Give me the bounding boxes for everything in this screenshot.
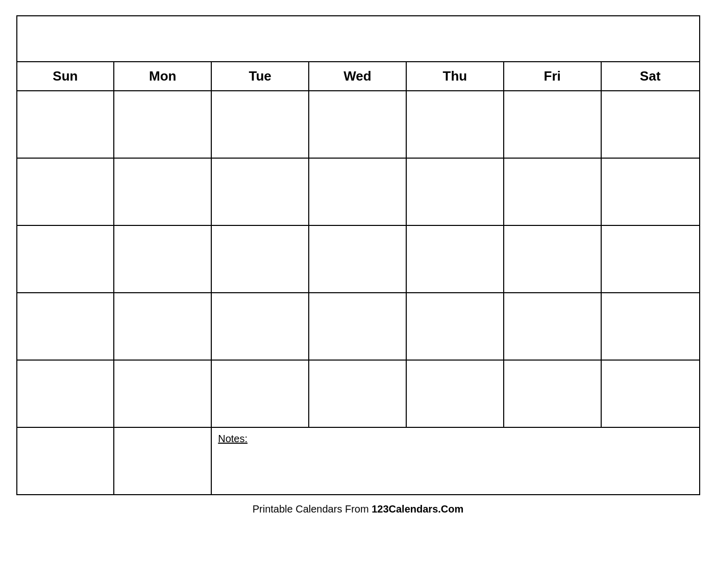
notes-row: Notes: bbox=[17, 428, 699, 494]
cell-r3-thu bbox=[407, 226, 504, 292]
notes-label: Notes: bbox=[218, 433, 248, 444]
cell-r4-sat bbox=[602, 293, 699, 360]
calendar-title-row bbox=[17, 16, 699, 62]
cell-r3-wed bbox=[309, 226, 407, 292]
calendar-row-5 bbox=[17, 361, 699, 428]
cell-r5-fri bbox=[504, 361, 602, 427]
cell-r2-wed bbox=[309, 159, 407, 225]
cell-r1-sun bbox=[17, 91, 115, 158]
cell-r2-sun bbox=[17, 159, 115, 225]
cell-r3-fri bbox=[504, 226, 602, 292]
cell-r2-fri bbox=[504, 159, 602, 225]
footer: Printable Calendars From 123Calendars.Co… bbox=[253, 503, 464, 515]
cell-r4-tue bbox=[212, 293, 309, 360]
calendar: Sun Mon Tue Wed Thu Fri Sat bbox=[16, 15, 700, 495]
cell-r3-tue bbox=[212, 226, 309, 292]
cell-r4-mon bbox=[114, 293, 212, 360]
header-mon: Mon bbox=[114, 62, 212, 90]
calendar-row-4 bbox=[17, 293, 699, 361]
cell-r5-sat bbox=[602, 361, 699, 427]
calendar-header-row: Sun Mon Tue Wed Thu Fri Sat bbox=[17, 62, 699, 91]
cell-r1-fri bbox=[504, 91, 602, 158]
footer-text-bold: 123Calendars.Com bbox=[372, 503, 463, 515]
cell-r5-tue bbox=[212, 361, 309, 427]
cell-r2-mon bbox=[114, 159, 212, 225]
cell-r1-tue bbox=[212, 91, 309, 158]
cell-r1-sat bbox=[602, 91, 699, 158]
cell-r2-thu bbox=[407, 159, 504, 225]
header-tue: Tue bbox=[212, 62, 309, 90]
cell-r3-sun bbox=[17, 226, 115, 292]
calendar-row-2 bbox=[17, 159, 699, 226]
cell-r1-mon bbox=[114, 91, 212, 158]
cell-r5-thu bbox=[407, 361, 504, 427]
footer-text-regular: Printable Calendars From bbox=[253, 503, 372, 515]
header-thu: Thu bbox=[407, 62, 504, 90]
header-sat: Sat bbox=[602, 62, 699, 90]
notes-cell-content: Notes: bbox=[212, 428, 699, 494]
cell-r5-wed bbox=[309, 361, 407, 427]
cell-r2-sat bbox=[602, 159, 699, 225]
cell-r1-wed bbox=[309, 91, 407, 158]
calendar-row-1 bbox=[17, 91, 699, 159]
header-fri: Fri bbox=[504, 62, 602, 90]
cell-r2-tue bbox=[212, 159, 309, 225]
cell-r5-mon bbox=[114, 361, 212, 427]
cell-r4-sun bbox=[17, 293, 115, 360]
calendar-row-3 bbox=[17, 226, 699, 293]
notes-cell-mon bbox=[114, 428, 212, 494]
header-wed: Wed bbox=[309, 62, 407, 90]
calendar-body: Notes: bbox=[17, 91, 699, 494]
cell-r4-thu bbox=[407, 293, 504, 360]
cell-r4-fri bbox=[504, 293, 602, 360]
header-sun: Sun bbox=[17, 62, 115, 90]
cell-r3-mon bbox=[114, 226, 212, 292]
cell-r5-sun bbox=[17, 361, 115, 427]
cell-r4-wed bbox=[309, 293, 407, 360]
notes-cell-sun bbox=[17, 428, 115, 494]
cell-r3-sat bbox=[602, 226, 699, 292]
cell-r1-thu bbox=[407, 91, 504, 158]
